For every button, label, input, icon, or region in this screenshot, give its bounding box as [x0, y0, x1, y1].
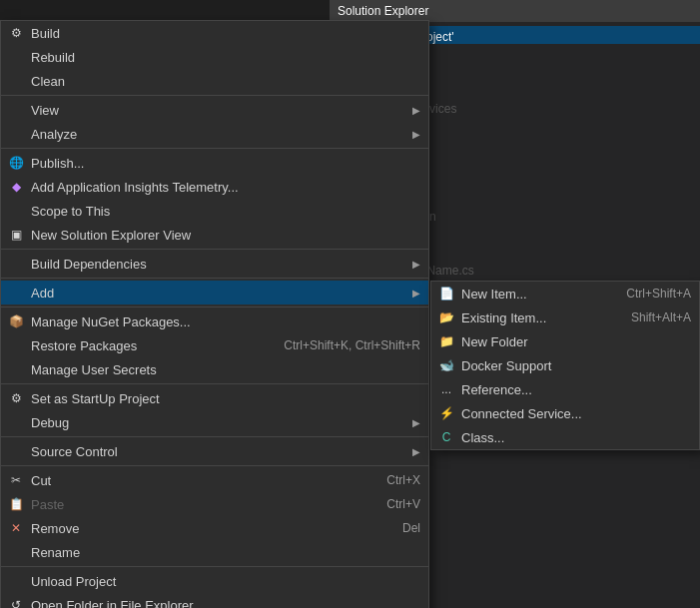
menu-item-debug[interactable]: Debug ▶	[1, 410, 428, 434]
folder-icon: 📁	[437, 332, 455, 350]
separator	[1, 465, 428, 466]
submenu-item-label: Docker Support	[461, 358, 691, 373]
menu-item-analyze[interactable]: Analyze ▶	[1, 122, 428, 146]
shortcut: Ctrl+Shift+K, Ctrl+Shift+R	[284, 338, 420, 352]
menu-item-cut[interactable]: ✂ Cut Ctrl+X	[1, 468, 428, 492]
menu-item-label: Clean	[31, 74, 420, 89]
connected-service-icon: ⚡	[437, 404, 455, 422]
existing-item-icon: 📂	[437, 308, 455, 326]
menu-item-publish[interactable]: 🌐 Publish...	[1, 151, 428, 175]
menu-item-label: Debug	[31, 415, 404, 430]
menu-item-source-control[interactable]: Source Control ▶	[1, 439, 428, 463]
menu-item-label: Publish...	[31, 156, 420, 171]
menu-item-label: Manage NuGet Packages...	[31, 314, 420, 329]
menu-item-open-folder[interactable]: ↺ Open Folder in File Explorer	[1, 593, 428, 608]
menu-item-build-deps[interactable]: Build Dependencies ▶	[1, 252, 428, 276]
menu-item-rebuild[interactable]: Rebuild	[1, 45, 428, 69]
menu-item-paste[interactable]: 📋 Paste Ctrl+V	[1, 492, 428, 516]
submenu-item-new-item[interactable]: 📄 New Item... Ctrl+Shift+A	[431, 282, 699, 305]
menu-item-add[interactable]: Add ▶ 📄 New Item... Ctrl+Shift+A 📂 Exist…	[1, 281, 428, 304]
context-menu: ⚙ Build Rebuild Clean View ▶ Analyze ▶ 🌐…	[0, 20, 429, 608]
menu-item-label: Restore Packages	[31, 338, 264, 353]
cut-icon: ✂	[7, 471, 25, 489]
submenu-add: 📄 New Item... Ctrl+Shift+A 📂 Existing It…	[430, 281, 700, 450]
paste-icon: 📋	[7, 495, 25, 513]
menu-item-remove[interactable]: ✕ Remove Del	[1, 516, 428, 540]
submenu-item-class[interactable]: C Class...	[431, 425, 699, 449]
menu-item-label: Scope to This	[31, 204, 420, 219]
menu-item-label: Add Application Insights Telemetry...	[31, 180, 420, 195]
separator	[1, 436, 428, 437]
menu-item-label: Add	[31, 286, 404, 301]
shortcut: Del	[402, 521, 420, 535]
menu-item-label: Remove	[31, 521, 382, 536]
menu-item-label: Source Control	[31, 444, 404, 459]
nuget-icon: 📦	[7, 312, 25, 330]
open-folder-icon: ↺	[7, 596, 25, 608]
separator	[1, 278, 428, 279]
menu-item-label: Rebuild	[31, 50, 420, 65]
insights-icon: ◆	[7, 178, 25, 196]
menu-item-label: New Solution Explorer View	[31, 228, 420, 243]
submenu-item-label: Class...	[461, 430, 691, 445]
solution-explorer-header: Solution Explorer	[330, 0, 700, 22]
submenu-item-label: Existing Item...	[461, 310, 611, 325]
reference-icon: ...	[437, 380, 455, 398]
arrow-icon: ▶	[412, 288, 420, 299]
docker-icon: 🐋	[437, 356, 455, 374]
remove-icon: ✕	[7, 519, 25, 537]
arrow-icon: ▶	[412, 446, 420, 457]
separator	[1, 148, 428, 149]
submenu-item-label: New Item...	[461, 287, 606, 302]
menu-item-label: Unload Project	[31, 574, 420, 589]
menu-item-view[interactable]: View ▶	[1, 98, 428, 122]
menu-item-label: Open Folder in File Explorer	[31, 598, 420, 609]
submenu-item-label: Reference...	[461, 382, 691, 397]
arrow-icon: ▶	[412, 129, 420, 140]
menu-item-unload[interactable]: Unload Project	[1, 569, 428, 593]
window-icon: ▣	[7, 226, 25, 244]
submenu-item-existing-item[interactable]: 📂 Existing Item... Shift+Alt+A	[431, 305, 699, 329]
submenu-item-label: New Folder	[461, 334, 691, 349]
menu-item-build[interactable]: ⚙ Build	[1, 21, 428, 45]
submenu-item-reference[interactable]: ... Reference...	[431, 377, 699, 401]
menu-item-label: Paste	[31, 497, 366, 512]
solution-explorer-title: Solution Explorer	[338, 4, 428, 18]
gear-icon: ⚙	[7, 389, 25, 407]
separator	[1, 566, 428, 567]
submenu-item-docker[interactable]: 🐋 Docker Support	[431, 353, 699, 377]
submenu-item-shortcut: Shift+Alt+A	[631, 310, 691, 324]
separator	[1, 249, 428, 250]
menu-item-label: View	[31, 103, 404, 118]
shortcut: Ctrl+V	[386, 497, 420, 511]
menu-item-set-startup[interactable]: ⚙ Set as StartUp Project	[1, 386, 428, 410]
menu-item-label: Set as StartUp Project	[31, 391, 420, 406]
menu-item-label: Build Dependencies	[31, 257, 404, 272]
menu-item-label: Analyze	[31, 127, 404, 142]
submenu-item-new-folder[interactable]: 📁 New Folder	[431, 329, 699, 353]
menu-item-label: Rename	[31, 545, 420, 560]
menu-item-restore[interactable]: Restore Packages Ctrl+Shift+K, Ctrl+Shif…	[1, 333, 428, 357]
menu-item-manage-secrets[interactable]: Manage User Secrets	[1, 357, 428, 381]
submenu-item-connected-service[interactable]: ⚡ Connected Service...	[431, 401, 699, 425]
menu-item-label: Manage User Secrets	[31, 362, 420, 377]
arrow-icon: ▶	[412, 417, 420, 428]
menu-item-new-solution-view[interactable]: ▣ New Solution Explorer View	[1, 223, 428, 247]
separator	[1, 383, 428, 384]
arrow-icon: ▶	[412, 259, 420, 270]
separator	[1, 95, 428, 96]
globe-icon: 🌐	[7, 154, 25, 172]
submenu-item-label: Connected Service...	[461, 406, 691, 421]
shortcut: Ctrl+X	[386, 473, 420, 487]
menu-item-clean[interactable]: Clean	[1, 69, 428, 93]
menu-item-rename[interactable]: Rename	[1, 540, 428, 564]
build-icon: ⚙	[7, 24, 25, 42]
class-icon: C	[437, 428, 455, 446]
menu-item-label: Build	[31, 26, 420, 41]
menu-item-app-insights[interactable]: ◆ Add Application Insights Telemetry...	[1, 175, 428, 199]
submenu-item-shortcut: Ctrl+Shift+A	[626, 287, 691, 301]
menu-item-manage-nuget[interactable]: 📦 Manage NuGet Packages...	[1, 309, 428, 333]
menu-item-label: Cut	[31, 473, 366, 488]
menu-item-scope-to[interactable]: Scope to This	[1, 199, 428, 223]
separator	[1, 306, 428, 307]
